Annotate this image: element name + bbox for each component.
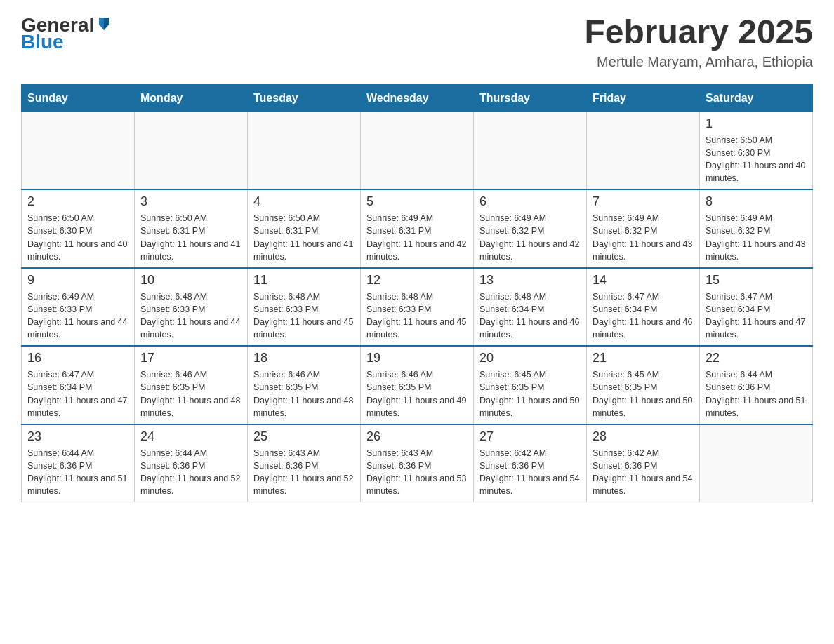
day-info: Sunrise: 6:45 AM Sunset: 6:35 PM Dayligh… [593,368,694,420]
day-info: Sunrise: 6:46 AM Sunset: 6:35 PM Dayligh… [253,368,355,420]
day-info: Sunrise: 6:44 AM Sunset: 6:36 PM Dayligh… [140,447,241,498]
calendar-cell [587,112,700,189]
day-info: Sunrise: 6:47 AM Sunset: 6:34 PM Dayligh… [27,368,128,420]
calendar-body: 1Sunrise: 6:50 AM Sunset: 6:30 PM Daylig… [22,112,813,502]
weekday-header-sunday: Sunday [22,84,135,112]
day-info: Sunrise: 6:48 AM Sunset: 6:34 PM Dayligh… [479,290,581,342]
day-number: 18 [253,351,355,365]
calendar-cell: 25Sunrise: 6:43 AM Sunset: 6:36 PM Dayli… [248,424,361,502]
day-info: Sunrise: 6:44 AM Sunset: 6:36 PM Dayligh… [706,368,807,420]
calendar-cell: 8Sunrise: 6:49 AM Sunset: 6:32 PM Daylig… [700,189,813,268]
day-number: 13 [479,273,581,288]
day-info: Sunrise: 6:47 AM Sunset: 6:34 PM Dayligh… [593,290,694,342]
calendar-week-row: 9Sunrise: 6:49 AM Sunset: 6:33 PM Daylig… [22,268,813,347]
day-number: 27 [479,429,581,444]
logo-blue: Blue [21,31,64,53]
calendar-cell: 19Sunrise: 6:46 AM Sunset: 6:35 PM Dayli… [361,346,474,424]
day-number: 14 [593,273,694,288]
day-number: 25 [253,429,355,444]
day-number: 12 [366,273,468,288]
day-number: 3 [140,194,241,209]
page-header: General Blue February 2025 Mertule Marya… [21,14,813,70]
day-number: 21 [593,351,694,365]
day-number: 24 [140,429,241,444]
calendar-cell: 2Sunrise: 6:50 AM Sunset: 6:30 PM Daylig… [22,189,135,268]
calendar-cell: 22Sunrise: 6:44 AM Sunset: 6:36 PM Dayli… [700,346,813,424]
calendar-cell: 4Sunrise: 6:50 AM Sunset: 6:31 PM Daylig… [248,189,361,268]
calendar-cell: 6Sunrise: 6:49 AM Sunset: 6:32 PM Daylig… [474,189,587,268]
calendar-cell: 18Sunrise: 6:46 AM Sunset: 6:35 PM Dayli… [248,346,361,424]
calendar-cell: 21Sunrise: 6:45 AM Sunset: 6:35 PM Dayli… [587,346,700,424]
calendar-cell [135,112,248,189]
calendar-cell [361,112,474,189]
calendar-week-row: 2Sunrise: 6:50 AM Sunset: 6:30 PM Daylig… [22,189,813,268]
day-number: 11 [253,273,355,288]
weekday-header-row: SundayMondayTuesdayWednesdayThursdayFrid… [22,84,813,112]
day-info: Sunrise: 6:43 AM Sunset: 6:36 PM Dayligh… [253,447,355,498]
calendar-cell: 17Sunrise: 6:46 AM Sunset: 6:35 PM Dayli… [135,346,248,424]
calendar-cell [700,424,813,502]
day-number: 22 [706,351,807,365]
calendar-cell: 1Sunrise: 6:50 AM Sunset: 6:30 PM Daylig… [700,112,813,189]
weekday-header-tuesday: Tuesday [248,84,361,112]
calendar-subtitle: Mertule Maryam, Amhara, Ethiopia [584,54,813,70]
day-info: Sunrise: 6:49 AM Sunset: 6:33 PM Dayligh… [27,290,128,342]
weekday-header-friday: Friday [587,84,700,112]
weekday-header-wednesday: Wednesday [361,84,474,112]
calendar-cell: 10Sunrise: 6:48 AM Sunset: 6:33 PM Dayli… [135,268,248,347]
calendar-cell [248,112,361,189]
day-info: Sunrise: 6:50 AM Sunset: 6:30 PM Dayligh… [27,212,128,263]
calendar-header: SundayMondayTuesdayWednesdayThursdayFrid… [22,84,813,112]
day-info: Sunrise: 6:50 AM Sunset: 6:31 PM Dayligh… [140,212,241,263]
day-info: Sunrise: 6:45 AM Sunset: 6:35 PM Dayligh… [479,368,581,420]
calendar-cell: 26Sunrise: 6:43 AM Sunset: 6:36 PM Dayli… [361,424,474,502]
calendar-cell: 14Sunrise: 6:47 AM Sunset: 6:34 PM Dayli… [587,268,700,347]
day-info: Sunrise: 6:43 AM Sunset: 6:36 PM Dayligh… [366,447,468,498]
day-number: 4 [253,194,355,209]
day-info: Sunrise: 6:42 AM Sunset: 6:36 PM Dayligh… [593,447,694,498]
calendar-cell: 11Sunrise: 6:48 AM Sunset: 6:33 PM Dayli… [248,268,361,347]
day-info: Sunrise: 6:49 AM Sunset: 6:32 PM Dayligh… [706,212,807,263]
calendar-cell: 28Sunrise: 6:42 AM Sunset: 6:36 PM Dayli… [587,424,700,502]
day-info: Sunrise: 6:49 AM Sunset: 6:31 PM Dayligh… [366,212,468,263]
day-info: Sunrise: 6:49 AM Sunset: 6:32 PM Dayligh… [479,212,581,263]
calendar-cell [474,112,587,189]
calendar-week-row: 1Sunrise: 6:50 AM Sunset: 6:30 PM Daylig… [22,112,813,189]
calendar-cell: 23Sunrise: 6:44 AM Sunset: 6:36 PM Dayli… [22,424,135,502]
day-number: 19 [366,351,468,365]
calendar-table: SundayMondayTuesdayWednesdayThursdayFrid… [21,84,813,503]
calendar-cell: 20Sunrise: 6:45 AM Sunset: 6:35 PM Dayli… [474,346,587,424]
day-info: Sunrise: 6:46 AM Sunset: 6:35 PM Dayligh… [140,368,241,420]
calendar-cell: 5Sunrise: 6:49 AM Sunset: 6:31 PM Daylig… [361,189,474,268]
day-info: Sunrise: 6:46 AM Sunset: 6:35 PM Dayligh… [366,368,468,420]
title-area: February 2025 Mertule Maryam, Amhara, Et… [584,14,813,70]
day-number: 26 [366,429,468,444]
calendar-cell [22,112,135,189]
calendar-cell: 16Sunrise: 6:47 AM Sunset: 6:34 PM Dayli… [22,346,135,424]
calendar-cell: 13Sunrise: 6:48 AM Sunset: 6:34 PM Dayli… [474,268,587,347]
day-info: Sunrise: 6:48 AM Sunset: 6:33 PM Dayligh… [140,290,241,342]
day-number: 7 [593,194,694,209]
day-info: Sunrise: 6:50 AM Sunset: 6:31 PM Dayligh… [253,212,355,263]
day-number: 2 [27,194,128,209]
weekday-header-monday: Monday [135,84,248,112]
day-info: Sunrise: 6:50 AM Sunset: 6:30 PM Dayligh… [706,134,807,185]
calendar-cell: 24Sunrise: 6:44 AM Sunset: 6:36 PM Dayli… [135,424,248,502]
calendar-cell: 27Sunrise: 6:42 AM Sunset: 6:36 PM Dayli… [474,424,587,502]
day-number: 20 [479,351,581,365]
calendar-cell: 7Sunrise: 6:49 AM Sunset: 6:32 PM Daylig… [587,189,700,268]
day-number: 17 [140,351,241,365]
day-number: 15 [706,273,807,288]
calendar-cell: 12Sunrise: 6:48 AM Sunset: 6:33 PM Dayli… [361,268,474,347]
day-number: 9 [27,273,128,288]
calendar-week-row: 16Sunrise: 6:47 AM Sunset: 6:34 PM Dayli… [22,346,813,424]
day-number: 6 [479,194,581,209]
logo-arrow-icon [96,15,112,30]
calendar-title: February 2025 [584,14,813,51]
day-info: Sunrise: 6:48 AM Sunset: 6:33 PM Dayligh… [366,290,468,342]
day-info: Sunrise: 6:42 AM Sunset: 6:36 PM Dayligh… [479,447,581,498]
calendar-cell: 3Sunrise: 6:50 AM Sunset: 6:31 PM Daylig… [135,189,248,268]
calendar-cell: 15Sunrise: 6:47 AM Sunset: 6:34 PM Dayli… [700,268,813,347]
day-number: 28 [593,429,694,444]
svg-marker-1 [104,18,109,30]
